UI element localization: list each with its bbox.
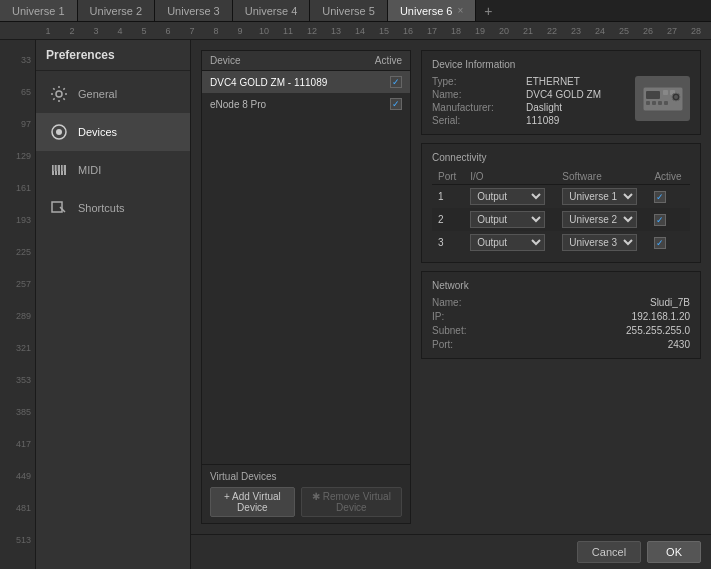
svg-point-0 — [56, 91, 62, 97]
device-name-enode: eNode 8 Pro — [210, 99, 266, 110]
active-1: ✓ — [648, 185, 690, 209]
device-info-section: Device Information Type: ETHERNET Name: … — [421, 50, 701, 135]
network-label-port: Port: — [432, 339, 512, 350]
device-row-dvc4[interactable]: DVC4 GOLD ZM - 111089 ✓ — [202, 71, 410, 93]
network-grid: Name: Sludi_7B IP: 192.168.1.20 Subnet: … — [432, 297, 690, 350]
tab-close-icon[interactable]: × — [457, 5, 463, 16]
shortcuts-icon — [48, 197, 70, 219]
right-panel: Device Information Type: ETHERNET Name: … — [421, 50, 701, 524]
network-label-subnet: Subnet: — [432, 325, 512, 336]
software-select-2[interactable]: Universe 1 Universe 2 Universe 3 — [562, 211, 637, 228]
info-value-serial: 111089 — [526, 115, 601, 126]
gear-icon — [48, 83, 70, 105]
network-value-port: 2430 — [516, 339, 690, 350]
network-title: Network — [432, 280, 690, 291]
svg-rect-10 — [63, 165, 65, 171]
network-label-name: Name: — [432, 297, 512, 308]
device-list-panel: Device Active DVC4 GOLD ZM - 111089 ✓ eN… — [201, 50, 411, 524]
device-row-enode[interactable]: eNode 8 Pro ✓ — [202, 93, 410, 115]
active-3: ✓ — [648, 231, 690, 254]
device-col-header: Device — [210, 55, 241, 66]
network-value-subnet: 255.255.255.0 — [516, 325, 690, 336]
info-label-name: Name: — [432, 89, 522, 100]
tab-universe4[interactable]: Universe 4 — [233, 0, 311, 21]
connectivity-table: Port I/O Software Active 1 — [432, 169, 690, 254]
main-layout: 33 65 97 129 161 193 225 257 289 321 353… — [0, 40, 711, 569]
active-checkbox-3[interactable]: ✓ — [654, 237, 666, 249]
device-info-title: Device Information — [432, 59, 690, 70]
col-active: Active — [648, 169, 690, 185]
port-3: 3 — [432, 231, 464, 254]
svg-rect-17 — [652, 101, 656, 105]
info-value-type: ETHERNET — [526, 76, 601, 87]
connectivity-row-2: 2 Output Input Universe 1 — [432, 208, 690, 231]
content-area: Device Active DVC4 GOLD ZM - 111089 ✓ eN… — [191, 40, 711, 569]
device-name-dvc4: DVC4 GOLD ZM - 111089 — [210, 77, 327, 88]
io-3: Output Input — [464, 231, 556, 254]
nav-item-midi[interactable]: MIDI — [36, 151, 190, 189]
tab-universe3[interactable]: Universe 3 — [155, 0, 233, 21]
software-3: Universe 1 Universe 2 Universe 3 — [556, 231, 648, 254]
svg-rect-5 — [58, 165, 60, 175]
connectivity-title: Connectivity — [432, 152, 690, 163]
info-value-manufacturer: Daslight — [526, 102, 601, 113]
virtual-devices-label: Virtual Devices — [210, 471, 402, 482]
device-list-header: Device Active — [202, 51, 410, 71]
nav-label-shortcuts: Shortcuts — [78, 202, 124, 214]
active-checkbox-2[interactable]: ✓ — [654, 214, 666, 226]
network-value-ip: 192.168.1.20 — [516, 311, 690, 322]
nav-item-general[interactable]: General — [36, 75, 190, 113]
network-section: Network Name: Sludi_7B IP: 192.168.1.20 … — [421, 271, 701, 359]
col-software: Software — [556, 169, 631, 185]
svg-rect-14 — [663, 90, 668, 95]
software-select-3[interactable]: Universe 1 Universe 2 Universe 3 — [562, 234, 637, 251]
connectivity-row-1: 1 Output Input Universe 1 — [432, 185, 690, 209]
svg-point-2 — [56, 129, 62, 135]
ruler: 1 2 3 4 5 6 7 8 9 10 11 12 13 14 15 16 1… — [0, 22, 711, 40]
software-select-1[interactable]: Universe 1 Universe 2 Universe 3 — [562, 188, 637, 205]
network-value-name: Sludi_7B — [516, 297, 690, 308]
virtual-devices-footer: Virtual Devices + Add Virtual Device ✱ R… — [202, 464, 410, 523]
io-select-1[interactable]: Output Input — [470, 188, 545, 205]
svg-rect-8 — [54, 165, 56, 171]
info-label-manufacturer: Manufacturer: — [432, 102, 522, 113]
tab-add-button[interactable]: + — [476, 0, 500, 21]
svg-rect-16 — [646, 101, 650, 105]
svg-rect-7 — [64, 165, 66, 175]
remove-virtual-device-button[interactable]: ✱ Remove Virtual Device — [301, 487, 402, 517]
ok-button[interactable]: OK — [647, 541, 701, 563]
col-io: I/O — [464, 169, 527, 185]
col-io-spacer — [527, 169, 557, 185]
network-label-ip: IP: — [432, 311, 512, 322]
nav-items: General Devices — [36, 71, 190, 227]
bottom-bar: Cancel OK — [191, 534, 711, 569]
tab-universe1[interactable]: Universe 1 — [0, 0, 78, 21]
tab-universe5[interactable]: Universe 5 — [310, 0, 388, 21]
device-info-inner: Type: ETHERNET Name: DVC4 GOLD ZM Manufa… — [432, 76, 690, 126]
connectivity-section: Connectivity Port I/O Software Active — [421, 143, 701, 263]
info-label-serial: Serial: — [432, 115, 522, 126]
device-checkbox-enode[interactable]: ✓ — [390, 98, 402, 110]
add-virtual-device-button[interactable]: + Add Virtual Device — [210, 487, 295, 517]
svg-rect-13 — [646, 91, 660, 99]
left-number-strip: 33 65 97 129 161 193 225 257 289 321 353… — [0, 40, 36, 569]
software-2: Universe 1 Universe 2 Universe 3 — [556, 208, 648, 231]
active-2: ✓ — [648, 208, 690, 231]
port-2: 2 — [432, 208, 464, 231]
preferences-panel: Preferences General — [36, 40, 191, 569]
info-label-type: Type: — [432, 76, 522, 87]
device-checkbox-dvc4[interactable]: ✓ — [390, 76, 402, 88]
cancel-button[interactable]: Cancel — [577, 541, 641, 563]
tab-universe6[interactable]: Universe 6 × — [388, 0, 476, 21]
svg-rect-19 — [664, 101, 668, 105]
tab-universe2[interactable]: Universe 2 — [78, 0, 156, 21]
software-1: Universe 1 Universe 2 Universe 3 — [556, 185, 648, 209]
active-col-header: Active — [375, 55, 402, 66]
col-port: Port — [432, 169, 464, 185]
io-select-3[interactable]: Output Input — [470, 234, 545, 251]
nav-item-devices[interactable]: Devices — [36, 113, 190, 151]
tab-bar: Universe 1 Universe 2 Universe 3 Univers… — [0, 0, 711, 22]
io-select-2[interactable]: Output Input — [470, 211, 545, 228]
nav-item-shortcuts[interactable]: Shortcuts — [36, 189, 190, 227]
active-checkbox-1[interactable]: ✓ — [654, 191, 666, 203]
